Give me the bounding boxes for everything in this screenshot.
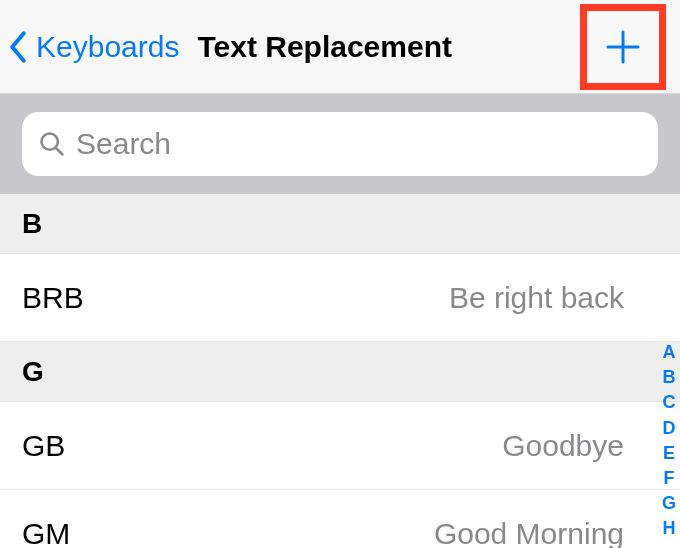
phrase-text: Good Morning <box>434 517 624 548</box>
page-title: Text Replacement <box>197 30 452 64</box>
phrase-text: Goodbye <box>502 429 624 463</box>
list-item[interactable]: BRB Be right back <box>0 254 680 342</box>
section-header: B <box>0 194 680 254</box>
index-letter[interactable]: B <box>662 365 675 390</box>
index-letter[interactable]: G <box>662 491 676 516</box>
plus-icon <box>603 27 643 67</box>
index-letter[interactable]: H <box>662 516 675 541</box>
shortcut-text: BRB <box>22 281 84 315</box>
back-button[interactable]: Keyboards <box>10 27 179 67</box>
section-letter: G <box>22 356 44 388</box>
add-button-highlight <box>580 4 666 90</box>
list-item[interactable]: GB Goodbye <box>0 402 680 490</box>
shortcut-text: GM <box>22 517 70 548</box>
section-header: G <box>0 342 680 402</box>
index-letter[interactable]: F <box>663 466 674 491</box>
add-button[interactable] <box>587 11 659 83</box>
section-letter: B <box>22 208 42 240</box>
index-letter[interactable]: E <box>663 441 675 466</box>
search-icon <box>38 130 66 158</box>
index-letter[interactable]: D <box>662 416 675 441</box>
svg-line-3 <box>56 148 63 155</box>
index-letter[interactable]: A <box>662 340 675 365</box>
phrase-text: Be right back <box>449 281 624 315</box>
navigation-bar: Keyboards Text Replacement <box>0 0 680 94</box>
index-strip[interactable]: A B C D E F G H <box>662 340 676 542</box>
replacement-list: B BRB Be right back G GB Goodbye GM Good… <box>0 194 680 548</box>
list-item[interactable]: GM Good Morning <box>0 490 680 548</box>
search-area <box>0 94 680 194</box>
back-label: Keyboards <box>36 30 179 64</box>
shortcut-text: GB <box>22 429 65 463</box>
search-input[interactable] <box>76 127 642 161</box>
chevron-left-icon <box>10 27 32 67</box>
index-letter[interactable]: C <box>662 390 675 415</box>
search-field[interactable] <box>22 112 658 176</box>
